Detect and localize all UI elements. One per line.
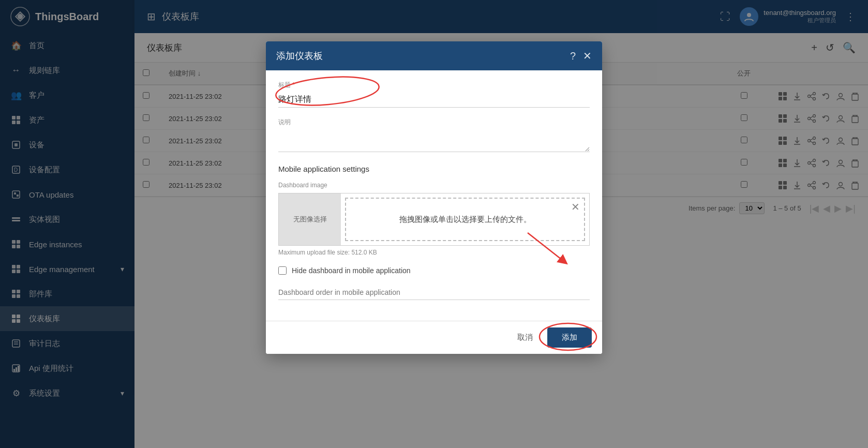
image-drop-zone[interactable]: 拖拽图像或单击以选择要上传的文件。 ✕: [345, 198, 585, 241]
description-field: 说明: [278, 118, 590, 154]
dialog-footer: 取消 添加: [266, 321, 602, 354]
dialog-help-icon[interactable]: ?: [570, 50, 576, 62]
drop-text: 拖拽图像或单击以选择要上传的文件。: [399, 215, 531, 225]
hide-dashboard-field: Hide dashboard in mobile application: [278, 266, 590, 275]
dialog-header-icons: ? ✕: [570, 50, 592, 62]
add-dashboard-dialog: 添加仪表板 ? ✕ 标题 *: [266, 41, 602, 354]
description-label: 说明: [278, 118, 590, 127]
add-button[interactable]: 添加: [547, 327, 592, 348]
mobile-section-title: Mobile application settings: [278, 165, 590, 173]
modal-overlay: 添加仪表板 ? ✕ 标题 *: [0, 0, 868, 448]
dialog-body: 标题 * 说明 Mobile application settings: [266, 70, 602, 321]
dashboard-order-field: [278, 285, 590, 300]
title-input[interactable]: [278, 92, 590, 108]
title-label: 标题 *: [278, 81, 590, 89]
hide-dashboard-label[interactable]: Hide dashboard in mobile application: [292, 266, 411, 275]
dashboard-image-field: Dashboard image 无图像选择 拖拽图像或单击以选择要上传的文件。 …: [278, 182, 590, 256]
cancel-button[interactable]: 取消: [509, 328, 541, 347]
hide-dashboard-checkbox[interactable]: [278, 266, 287, 275]
dashboard-order-input[interactable]: [278, 285, 590, 300]
upload-hint: Maximum upload file size: 512.0 KB: [278, 249, 590, 256]
image-placeholder: 无图像选择: [279, 193, 341, 245]
image-upload-area: 无图像选择 拖拽图像或单击以选择要上传的文件。 ✕: [278, 193, 590, 246]
dialog-title: 添加仪表板: [276, 50, 570, 62]
title-field: 标题 *: [278, 81, 590, 108]
dialog-close-icon[interactable]: ✕: [583, 50, 592, 62]
description-input[interactable]: [278, 129, 590, 152]
dashboard-image-label: Dashboard image: [278, 182, 590, 189]
drop-close-icon[interactable]: ✕: [571, 201, 580, 213]
dialog-header: 添加仪表板 ? ✕: [266, 41, 602, 70]
